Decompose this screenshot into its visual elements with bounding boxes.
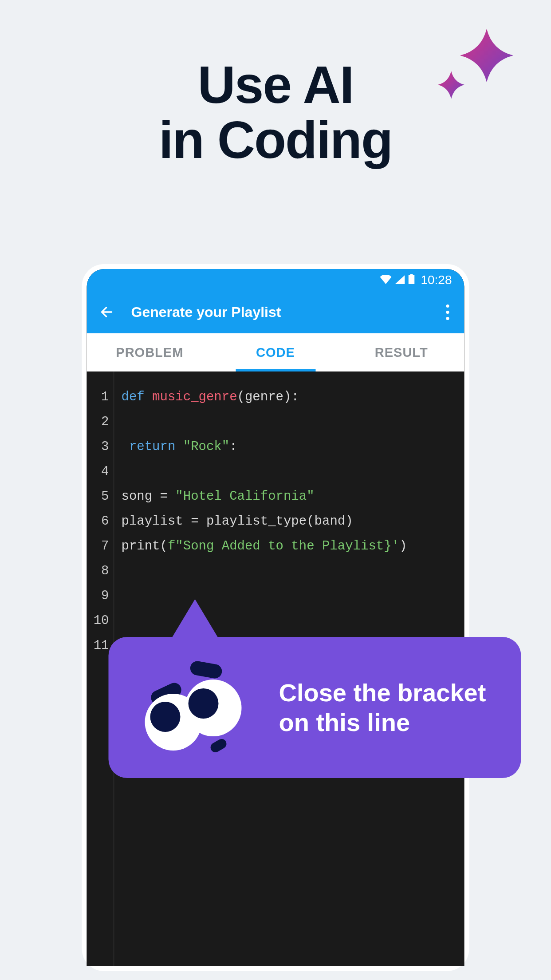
line-number: 2 [87, 410, 114, 435]
svg-point-7 [150, 702, 181, 732]
phone-screen: 10:28 Generate your Playlist PROBLEM COD… [87, 269, 464, 966]
ai-mascot-icon [133, 660, 248, 755]
code-token: music_genre [152, 390, 237, 404]
line-number: 9 [87, 584, 114, 609]
code-token: f"Song Added to the Playlist}' [168, 539, 399, 553]
tab-label: RESULT [375, 345, 428, 360]
ai-hint-text: Close the bracket on this line [279, 678, 497, 737]
back-button[interactable] [98, 304, 114, 320]
more-menu-button[interactable] [443, 300, 453, 324]
status-time: 10:28 [421, 273, 452, 287]
sparkle-icon [433, 29, 522, 119]
code-token: song = [122, 489, 176, 504]
line-number: 8 [87, 559, 114, 584]
ai-hint-tooltip[interactable]: Close the bracket on this line [109, 637, 521, 778]
line-number: 5 [87, 484, 114, 509]
line-number: 3 [87, 435, 114, 459]
tab-problem[interactable]: PROBLEM [87, 333, 213, 371]
code-token: def [122, 390, 153, 404]
screen-title: Generate your Playlist [131, 304, 443, 320]
app-bar: Generate your Playlist [87, 291, 464, 333]
headline: Use AI in Coding [159, 58, 392, 168]
line-number: 7 [87, 534, 114, 559]
svg-rect-0 [408, 275, 414, 284]
code-token: "Hotel California" [175, 489, 314, 504]
tab-label: CODE [256, 345, 295, 360]
svg-rect-8 [209, 737, 228, 753]
code-line[interactable]: playlist = playlist_type(band) [122, 509, 464, 534]
code-token: playlist = playlist_type(band) [122, 514, 353, 529]
line-number: 1 [87, 385, 114, 410]
code-token: return [122, 439, 183, 454]
code-token: : [229, 439, 237, 454]
line-number: 10 [87, 609, 114, 633]
code-token: "Rock" [183, 439, 229, 454]
code-line[interactable] [122, 559, 464, 584]
code-token: (genre): [237, 390, 299, 404]
tab-code[interactable]: CODE [213, 333, 338, 371]
code-token: print( [122, 539, 168, 553]
line-number: 4 [87, 459, 114, 484]
phone-frame: 10:28 Generate your Playlist PROBLEM COD… [82, 264, 469, 971]
headline-line2: in Coding [159, 113, 392, 168]
code-line[interactable]: return "Rock": [122, 435, 464, 459]
tab-label: PROBLEM [116, 345, 183, 360]
code-line[interactable]: def music_genre(genre): [122, 385, 464, 410]
battery-icon [408, 273, 414, 287]
tab-bar: PROBLEM CODE RESULT [87, 333, 464, 371]
code-line[interactable] [122, 410, 464, 435]
code-token: ) [399, 539, 407, 553]
line-number: 6 [87, 509, 114, 534]
svg-rect-1 [410, 274, 413, 276]
signal-icon [395, 273, 405, 287]
svg-rect-2 [189, 660, 223, 680]
svg-point-6 [189, 688, 219, 719]
code-line[interactable]: song = "Hotel California" [122, 484, 464, 509]
headline-line1: Use AI [159, 58, 392, 113]
status-bar: 10:28 [87, 269, 464, 291]
code-line[interactable]: print(f"Song Added to the Playlist}') [122, 534, 464, 559]
wifi-icon [380, 273, 391, 287]
tab-result[interactable]: RESULT [338, 333, 464, 371]
code-line[interactable] [122, 459, 464, 484]
